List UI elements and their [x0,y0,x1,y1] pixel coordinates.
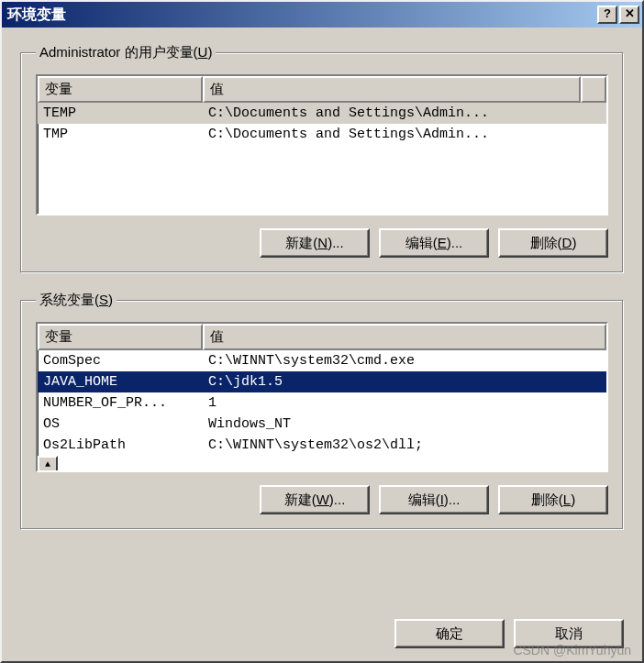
dialog-footer: 确定 取消 [2,612,642,661]
titlebar-buttons: ? ✕ [597,6,639,24]
user-vars-list[interactable]: 变量 值 TEMP C:\Documents and Settings\Admi… [36,74,608,215]
edit-sys-var-button[interactable]: 编辑(I)... [379,485,489,514]
table-row[interactable]: NUMBER_OF_PR... 1 [38,392,606,414]
title-text: 环境变量 [7,6,597,25]
scrollbar[interactable]: ▲ ▼ [38,456,58,472]
list-body: TEMP C:\Documents and Settings\Admin... … [38,103,606,214]
system-vars-legend: 系统变量(S) [36,292,117,309]
help-button[interactable]: ? [597,6,617,24]
titlebar: 环境变量 ? ✕ [2,2,642,28]
var-value: C:\WINNT\system32\cmd.exe [203,352,606,370]
system-vars-buttons: 新建(W)... 编辑(I)... 删除(L) [36,485,608,514]
cancel-button[interactable]: 取消 [514,619,624,648]
var-name: JAVA_HOME [38,373,203,391]
var-name: Os2LibPath [38,436,203,454]
user-vars-legend: Administrator 的用户变量(U) [36,44,216,61]
new-sys-var-button[interactable]: 新建(W)... [260,485,370,514]
system-vars-group: 系统变量(S) 变量 值 ComSpec C:\WINNT\system32\c… [20,292,624,530]
list-header: 变量 值 [38,324,606,350]
delete-user-var-button[interactable]: 删除(D) [498,228,608,258]
var-name: ComSpec [38,352,203,370]
var-name: OS [38,415,203,433]
column-name[interactable]: 变量 [38,76,203,103]
var-value: C:\jdk1.5 [203,373,606,391]
column-name[interactable]: 变量 [38,324,203,350]
dialog-body: Administrator 的用户变量(U) 变量 值 TEMP C:\Docu… [2,28,642,612]
table-row[interactable]: Os2LibPath C:\WINNT\system32\os2\dll; [38,435,606,456]
column-value[interactable]: 值 [203,76,581,103]
table-row[interactable]: ComSpec C:\WINNT\system32\cmd.exe [38,350,606,371]
close-button[interactable]: ✕ [619,6,639,24]
table-row[interactable]: TMP C:\Documents and Settings\Admin... [38,124,606,145]
var-name: NUMBER_OF_PR... [38,394,203,412]
table-row[interactable]: OS Windows_NT [38,414,606,435]
table-row[interactable]: JAVA_HOME C:\jdk1.5 [38,371,606,392]
list-body: ComSpec C:\WINNT\system32\cmd.exe JAVA_H… [38,350,606,456]
user-vars-buttons: 新建(N)... 编辑(E)... 删除(D) [36,228,608,258]
column-value[interactable]: 值 [203,324,606,350]
delete-sys-var-button[interactable]: 删除(L) [498,485,608,514]
var-value: C:\WINNT\system32\os2\dll; [203,436,606,454]
var-value: 1 [203,394,606,412]
var-value: Windows_NT [203,415,606,433]
edit-user-var-button[interactable]: 编辑(E)... [379,228,489,258]
scroll-up-icon[interactable]: ▲ [38,456,58,472]
var-value: C:\Documents and Settings\Admin... [203,126,606,143]
var-value: C:\Documents and Settings\Admin... [203,105,606,122]
new-user-var-button[interactable]: 新建(N)... [260,228,370,258]
var-name: TEMP [38,105,203,122]
env-vars-dialog: 环境变量 ? ✕ Administrator 的用户变量(U) 变量 值 TEM… [0,0,644,663]
system-vars-list[interactable]: 变量 值 ComSpec C:\WINNT\system32\cmd.exe J… [36,322,608,472]
column-spacer [581,76,606,103]
table-row[interactable]: TEMP C:\Documents and Settings\Admin... [38,103,606,124]
ok-button[interactable]: 确定 [394,619,505,648]
list-header: 变量 值 [38,76,606,103]
var-name: TMP [38,126,203,143]
user-vars-group: Administrator 的用户变量(U) 变量 值 TEMP C:\Docu… [20,44,624,273]
